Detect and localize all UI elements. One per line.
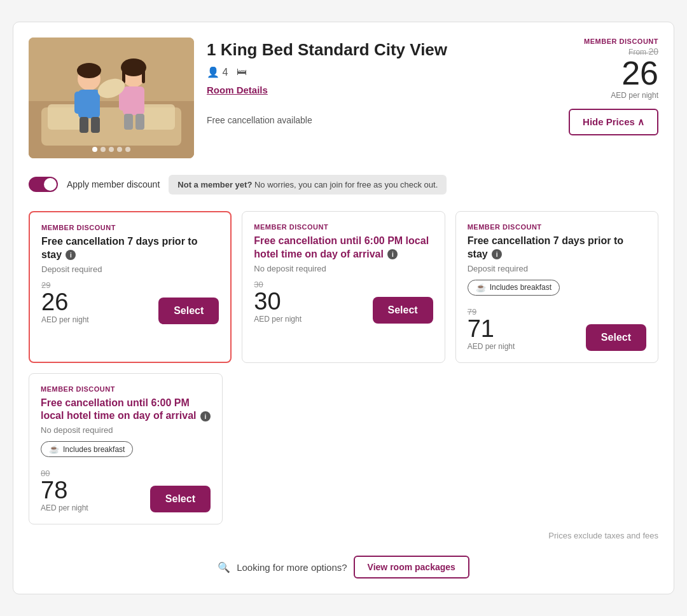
footer-row: Prices exclude taxes and fees [29,531,658,540]
card2-cancel-title: Free cancellation until 6:00 PM local ho… [254,235,433,261]
svg-rect-17 [135,114,144,130]
card4-title-line2: local hotel time on day of arrival [41,410,197,421]
svg-rect-9 [80,117,88,133]
rate-card-3: MEMBER DISCOUNT Free cancellation 7 days… [455,211,658,363]
dot-4 [117,147,122,152]
card2-main-price: 30 [254,289,302,313]
card1-main-price: 26 [41,290,89,314]
card3-breakfast-icon: ☕ [476,283,486,292]
bottom-row: MEMBER DISCOUNT Free cancellation until … [29,373,658,525]
card4-breakfast-icon: ☕ [49,444,59,454]
member-discount-toggle[interactable] [29,177,58,192]
taxes-note: Prices exclude taxes and fees [548,531,658,540]
image-dots [92,147,130,152]
top-big-price: 26 [531,57,658,90]
card3-title-text: Free cancellation 7 days prior to stay [468,235,623,259]
card1-member-label: MEMBER DISCOUNT [41,224,219,231]
card3-select-button[interactable]: Select [586,324,646,351]
card1-price-row: 29 26 AED per night Select [41,280,219,324]
card2-per-night: AED per night [254,315,302,324]
card4-title-line1: Free cancellation until 6:00 PM [41,397,190,408]
card4-deposit: No deposit required [41,425,211,435]
card2-deposit: No deposit required [254,264,433,273]
person-icon: 👤 4 [207,66,228,78]
card4-member-label: MEMBER DISCOUNT [41,385,211,393]
card3-per-night: AED per night [468,342,515,351]
card1-title-text: Free cancellation 7 days prior to stay [41,236,197,260]
card1-per-night: AED per night [41,315,89,324]
card3-cancel-title: Free cancellation 7 days prior to stay i [468,235,646,261]
svg-rect-8 [92,92,100,114]
top-member-discount-label: MEMBER DISCOUNT [531,38,658,45]
dot-1 [92,147,97,152]
card4-select-button[interactable]: Select [150,486,211,512]
more-options-row: 🔍 Looking for more options? View room pa… [29,551,658,578]
room-title: 1 King Bed Standard City View [207,40,518,60]
card3-member-label: MEMBER DISCOUNT [468,223,646,231]
card4-per-night: AED per night [41,503,88,512]
card2-price-left: 30 30 AED per night [254,280,302,324]
card2-info-icon[interactable]: i [387,249,398,259]
svg-rect-20 [142,67,145,83]
svg-rect-16 [124,114,133,130]
dot-3 [109,147,114,152]
not-member-box: Not a member yet? No worries, you can jo… [169,175,447,195]
svg-point-11 [77,63,101,78]
card2-member-label: MEMBER DISCOUNT [254,223,433,231]
card3-main-price: 71 [468,317,515,341]
card1-info-icon[interactable]: i [66,250,76,260]
card1-select-button[interactable]: Select [158,298,219,324]
room-meta: 👤 4 🛏 [207,66,518,78]
card3-price-left: 79 71 AED per night [468,307,515,351]
dot-2 [101,147,106,152]
free-cancel-text: Free cancellation available [207,115,518,125]
card2-title-text: Free cancellation until 6:00 PM local ho… [254,235,429,259]
card4-price-left: 80 78 AED per night [41,469,88,512]
card4-info-icon[interactable]: i [200,411,211,421]
toggle-label: Apply member discount [67,179,160,189]
rate-card-4: MEMBER DISCOUNT Free cancellation until … [29,373,223,525]
card1-cancel-title: Free cancellation 7 days prior to stay i [41,235,219,262]
not-member-strong: Not a member yet? [177,180,252,189]
card4-price-row: 80 78 AED per night Select [41,469,211,512]
card4-breakfast-label: Includes breakfast [63,445,125,454]
card1-price-left: 29 26 AED per night [41,280,89,324]
card3-deposit: Deposit required [468,264,646,273]
main-card: 1 King Bed Standard City View 👤 4 🛏 Room… [13,22,674,594]
rate-card-2: MEMBER DISCOUNT Free cancellation until … [242,211,445,363]
room-details-link[interactable]: Room Details [207,85,268,95]
room-image [29,38,194,158]
svg-rect-15 [137,88,144,111]
card2-price-row: 30 30 AED per night Select [254,280,433,324]
svg-rect-7 [74,92,82,114]
card4-breakfast-badge: ☕ Includes breakfast [41,441,133,457]
not-member-rest: No worries, you can join for free as you… [252,180,438,189]
toggle-knob [44,178,57,191]
top-per-night: AED per night [531,91,658,100]
view-packages-button[interactable]: View room packages [354,556,469,578]
rate-card-1: MEMBER DISCOUNT Free cancellation 7 days… [29,211,232,363]
bed-icon: 🛏 [237,66,247,78]
card1-deposit: Deposit required [41,264,219,274]
svg-rect-10 [91,117,100,133]
card2-select-button[interactable]: Select [373,297,433,324]
card3-info-icon[interactable]: i [492,249,502,259]
price-section-top: MEMBER DISCOUNT From 20 26 AED per night… [531,38,658,158]
dot-5 [125,147,130,152]
room-info: 1 King Bed Standard City View 👤 4 🛏 Room… [207,38,518,158]
looking-for-text: Looking for more options? [237,562,347,573]
top-section: 1 King Bed Standard City View 👤 4 🛏 Room… [29,38,658,158]
toggle-bar: Apply member discount Not a member yet? … [29,171,658,198]
card4-main-price: 78 [41,478,88,502]
svg-rect-19 [122,67,125,83]
card3-price-row: 79 71 AED per night Select [468,307,646,351]
card3-breakfast-label: Includes breakfast [490,283,552,292]
card3-breakfast-badge: ☕ Includes breakfast [468,280,560,296]
card4-cancel-title: Free cancellation until 6:00 PM local ho… [41,397,211,423]
search-icon: 🔍 [218,561,230,573]
rate-cards-grid: MEMBER DISCOUNT Free cancellation 7 days… [29,211,658,363]
hide-prices-button[interactable]: Hide Prices ∧ [569,109,658,135]
